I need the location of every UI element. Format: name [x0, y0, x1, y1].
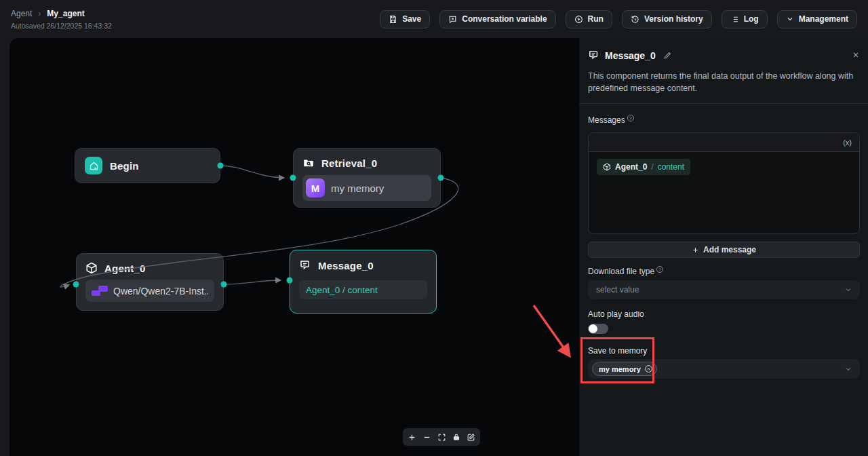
- auto-play-audio-label: Auto play audio: [588, 309, 644, 319]
- messages-label: Messages?: [588, 115, 634, 125]
- panel-divider: [579, 103, 868, 104]
- edge-agent-to-message: [224, 280, 281, 284]
- knowledge-avatar: M: [306, 178, 325, 197]
- edit-name-icon[interactable]: [663, 51, 672, 60]
- messages-editor-toolbar: (x): [589, 133, 859, 152]
- save-button[interactable]: Save: [380, 10, 430, 28]
- list-icon: [730, 15, 739, 24]
- fit-view-icon[interactable]: [437, 433, 446, 442]
- save-button-label: Save: [402, 14, 421, 24]
- run-button-label: Run: [588, 14, 604, 24]
- save-to-memory-label: Save to memory: [588, 346, 647, 356]
- conversation-variable-label: Conversation variable: [462, 14, 547, 24]
- ref-separator: /: [651, 162, 653, 172]
- retrieval-knowledge-row[interactable]: M my memory: [302, 175, 431, 201]
- node-agent[interactable]: Agent_0 Qwen/Qwen2-7B-Inst...: [76, 253, 224, 311]
- knowledge-name: my memory: [331, 183, 384, 194]
- begin-node-title: Begin: [110, 160, 139, 172]
- management-button[interactable]: Management: [777, 10, 857, 28]
- chevron-down-icon: [786, 15, 794, 23]
- breadcrumb-separator-icon: ›: [38, 9, 41, 18]
- begin-home-icon: [85, 157, 102, 174]
- model-logo-icon: [92, 286, 108, 296]
- edges-layer: [9, 38, 579, 456]
- panel-header: Message_0: [588, 50, 860, 61]
- download-file-type-select[interactable]: select value: [588, 280, 860, 299]
- panel-title: Message_0: [605, 50, 656, 61]
- chat-bubble-icon: [448, 15, 457, 24]
- message-settings-panel: Message_0 This component returns the fin…: [579, 38, 868, 456]
- breadcrumb-current: My_agent: [47, 9, 84, 18]
- node-retrieval[interactable]: Retrieval_0 M my memory: [293, 148, 441, 208]
- version-history-label: Version history: [644, 14, 703, 24]
- edge-begin-to-retrieval: [220, 166, 284, 178]
- help-icon: ?: [627, 115, 634, 121]
- folder-search-icon: [302, 157, 315, 169]
- canvas-toolbar: [403, 428, 480, 446]
- select-placeholder: select value: [596, 285, 639, 294]
- run-button[interactable]: Run: [566, 10, 612, 28]
- version-history-button[interactable]: Version history: [622, 10, 712, 28]
- breadcrumb-root[interactable]: Agent: [11, 9, 32, 18]
- topbar-actions: Save Conversation variable Run Version h…: [380, 10, 857, 28]
- zoom-in-icon[interactable]: [408, 433, 416, 442]
- download-file-type-label: Download file type?: [588, 267, 663, 276]
- plus-icon: [692, 246, 699, 254]
- breadcrumb: Agent › My_agent: [11, 9, 112, 18]
- cube-icon: [85, 262, 98, 274]
- close-icon[interactable]: [852, 51, 860, 59]
- management-button-label: Management: [799, 14, 848, 24]
- add-message-label: Add message: [703, 245, 756, 254]
- message-icon: [299, 259, 311, 271]
- ref-field-name: content: [658, 162, 684, 172]
- message-icon: [588, 50, 599, 61]
- variable-reference-tag[interactable]: Agent_0 / content: [597, 159, 690, 175]
- messages-editor[interactable]: (x) Agent_0 / content: [588, 132, 860, 234]
- ref-node-name: Agent_0: [615, 162, 647, 172]
- history-icon: [631, 15, 639, 24]
- conversation-variable-button[interactable]: Conversation variable: [439, 10, 555, 28]
- lock-icon[interactable]: [452, 433, 460, 441]
- note-icon[interactable]: [467, 433, 475, 442]
- chevron-down-icon: [844, 365, 852, 373]
- auto-play-audio-toggle[interactable]: [588, 324, 608, 334]
- message-input-row[interactable]: Agent_0 / content: [299, 280, 427, 299]
- top-bar: Agent › My_agent Autosaved 26/12/2025 16…: [0, 0, 868, 38]
- save-icon: [389, 15, 397, 24]
- insert-variable-icon[interactable]: (x): [843, 138, 852, 147]
- log-button-label: Log: [744, 14, 759, 24]
- save-to-memory-select[interactable]: my memory: [588, 359, 860, 379]
- agent-model-name: Qwen/Qwen2-7B-Inst...: [113, 286, 208, 297]
- log-button[interactable]: Log: [722, 10, 768, 28]
- message-input-ref: Agent_0 / content: [306, 285, 378, 295]
- message-node-title: Message_0: [318, 260, 374, 271]
- agent-node-title: Agent_0: [104, 263, 146, 274]
- node-message[interactable]: Message_0 Agent_0 / content: [290, 250, 437, 314]
- memory-tag: my memory: [592, 362, 657, 376]
- component-description: This component returns the final data ou…: [588, 70, 858, 94]
- retrieval-node-title: Retrieval_0: [321, 157, 377, 169]
- autosaved-status: Autosaved 26/12/2025 16:43:32: [11, 22, 112, 30]
- memory-tag-label: my memory: [599, 365, 641, 373]
- play-circle-icon: [574, 15, 583, 24]
- workflow-canvas[interactable]: Begin Retrieval_0 M my memory Agent_0 Qw…: [9, 38, 579, 456]
- toggle-knob: [589, 324, 597, 333]
- chevron-down-icon: [844, 286, 852, 294]
- add-message-button[interactable]: Add message: [588, 242, 860, 258]
- remove-tag-icon[interactable]: [644, 364, 653, 373]
- node-begin[interactable]: Begin: [75, 148, 220, 183]
- agent-model-row[interactable]: Qwen/Qwen2-7B-Inst...: [85, 280, 214, 302]
- cube-icon: [603, 163, 611, 171]
- zoom-out-icon[interactable]: [422, 433, 431, 442]
- help-icon: ?: [656, 266, 663, 273]
